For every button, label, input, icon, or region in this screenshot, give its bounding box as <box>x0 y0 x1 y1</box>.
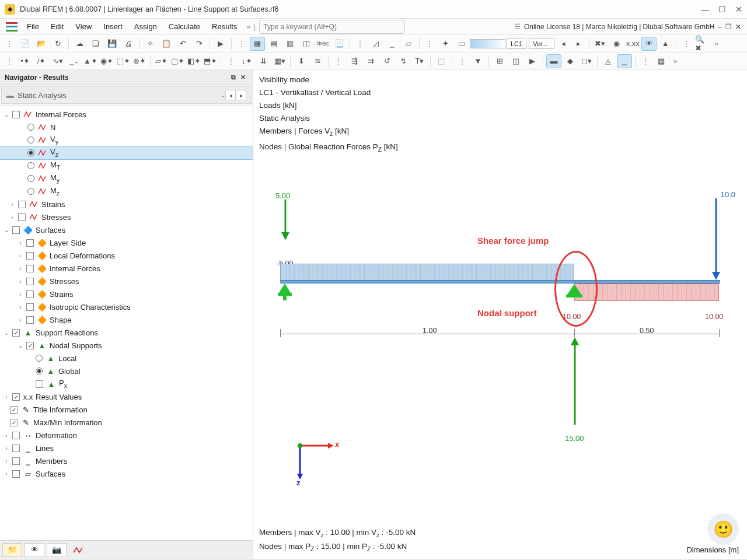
menu-view[interactable]: View <box>69 20 97 33</box>
print-button[interactable]: 🖨 <box>121 37 136 51</box>
tree-item-my[interactable]: My <box>49 173 60 184</box>
wind-button[interactable]: ≋ <box>310 54 325 68</box>
nav-tab-display[interactable]: 👁 <box>25 543 44 557</box>
isosurface-button[interactable]: ◬ <box>601 54 616 68</box>
tree-support-reactions[interactable]: Support Reactions <box>34 328 98 337</box>
member2-button[interactable]: ⎯▾ <box>67 54 82 68</box>
calc-button[interactable]: ▶ <box>213 37 228 51</box>
search-input[interactable] <box>259 20 405 34</box>
select-rect-button[interactable]: ⬚ <box>434 54 449 68</box>
menu-results[interactable]: Results <box>206 20 243 33</box>
generate-member-button[interactable]: ↯ <box>396 54 411 68</box>
hinge-button[interactable]: ◉✦ <box>99 54 114 68</box>
analysis-type-combo[interactable]: ▬ Static Analysis ⌄ ◂▸ <box>1 86 252 104</box>
view-data-button[interactable]: ▦ <box>250 37 265 51</box>
nodal-load-button[interactable]: ↓✦ <box>239 54 254 68</box>
tree-surfaces[interactable]: Surfaces <box>34 226 65 235</box>
load-button[interactable]: ✦ <box>438 37 453 51</box>
opening-button[interactable]: ▢✦ <box>170 54 185 68</box>
imposed-button[interactable]: ⬇ <box>294 54 309 68</box>
tree-lines[interactable]: Lines <box>34 444 54 453</box>
view-grid-button[interactable]: ▥ <box>282 37 298 51</box>
filter-button[interactable]: ◉ <box>609 37 624 51</box>
member-button[interactable]: ⎯ <box>385 37 400 51</box>
tree-surf-stresses[interactable]: Stresses <box>48 277 79 286</box>
tree-strains[interactable]: Strains <box>40 200 65 209</box>
tree-surf-shape[interactable]: Shape <box>48 316 72 324</box>
diagram-mode-button[interactable]: ⎯ <box>617 54 632 68</box>
script-button[interactable]: ≫sc <box>315 37 330 51</box>
node-button[interactable]: •✦ <box>18 54 33 68</box>
text-button[interactable]: T▾ <box>412 54 427 68</box>
loadcase-name[interactable]: Ver... <box>529 38 554 49</box>
menu-calculate[interactable]: Calculate <box>163 20 206 33</box>
generate-forces-button[interactable]: ⇉ <box>363 54 378 68</box>
tree-maxmin-info[interactable]: Max/Min Information <box>32 418 102 427</box>
support-view-button[interactable]: ▲ <box>658 37 673 51</box>
generate-moments-button[interactable]: ↺ <box>379 54 395 68</box>
surface-button[interactable]: ▱ <box>401 37 416 51</box>
tree-nodal-supports[interactable]: Nodal Supports <box>48 341 102 350</box>
menu-assign[interactable]: Assign <box>128 20 163 33</box>
view-table-button[interactable]: ▤ <box>266 37 281 51</box>
open-file-button[interactable]: 📂 <box>34 37 49 51</box>
generate-loads-button[interactable]: ⇶ <box>347 54 362 68</box>
tree-surf-layerside[interactable]: Layer Side <box>48 239 86 247</box>
toolbar2-overflow-icon[interactable]: » <box>670 57 681 65</box>
tree-item-n[interactable]: N <box>49 123 55 132</box>
doc-close-button[interactable]: ✕ <box>735 23 741 31</box>
report-button[interactable]: 📃 <box>331 37 347 51</box>
save-button[interactable]: 💾 <box>104 37 120 51</box>
combo-prev-button[interactable]: ◂ <box>225 90 236 100</box>
tree-sr-px[interactable]: Px <box>58 379 67 389</box>
results-mode3-button[interactable]: ◻▾ <box>579 54 594 68</box>
assistant-avatar-icon[interactable]: 🙂 <box>707 513 739 545</box>
redo-button[interactable]: ↷ <box>191 37 207 51</box>
menu-edit[interactable]: Edit <box>45 20 69 33</box>
surface2-button[interactable]: ▱✦ <box>153 54 169 68</box>
animate-button[interactable]: ▶ <box>525 54 540 68</box>
measure-button[interactable]: ◿ <box>368 37 383 51</box>
menu-overflow-icon[interactable]: » <box>243 23 254 31</box>
loadcase-button[interactable]: ▭ <box>454 37 469 51</box>
refresh-button[interactable]: ↻ <box>50 37 65 51</box>
doc-restore-button[interactable]: ❐ <box>725 23 732 31</box>
tree-surf-intforces[interactable]: Internal Forces <box>48 264 100 273</box>
set-button[interactable]: ⬒✦ <box>203 54 218 68</box>
result-tree[interactable]: ⌄Internal Forces N Vy Vz MT My Mz ›Strai… <box>0 105 253 540</box>
tree-deformation[interactable]: Deformation <box>34 431 77 440</box>
combo-next-button[interactable]: ▸ <box>236 90 246 100</box>
tree-internal-forces[interactable]: Internal Forces <box>34 110 86 119</box>
loadcase-prev-button[interactable]: ◂ <box>556 37 571 51</box>
tree-title-info[interactable]: Title Information <box>32 405 88 414</box>
nav-tab-views[interactable]: 📷 <box>47 543 67 557</box>
tree-members[interactable]: Members <box>34 457 67 466</box>
spline-button[interactable]: ∿▾ <box>50 54 65 68</box>
spring-button[interactable]: ⬚✦ <box>116 54 131 68</box>
nav-tab-results[interactable] <box>69 543 89 557</box>
view-results-button[interactable]: 👁 <box>641 37 657 51</box>
tree-item-mz[interactable]: Mz <box>49 186 60 197</box>
tree-item-vz[interactable]: Vz <box>49 148 58 158</box>
new-item-button[interactable]: ✧ <box>142 37 158 51</box>
tree-surf-strains[interactable]: Strains <box>48 290 73 299</box>
cloud-button[interactable]: ☁ <box>72 37 87 51</box>
results-mode1-button[interactable]: ▬ <box>546 54 561 68</box>
close-button[interactable]: ✕ <box>735 5 742 14</box>
tree-stresses[interactable]: Stresses <box>40 213 71 222</box>
support-button[interactable]: ▲✦ <box>83 54 98 68</box>
loadcase-next-button[interactable]: ▸ <box>571 37 586 51</box>
solid-button[interactable]: ◧✦ <box>186 54 201 68</box>
panel-float-button[interactable]: ⧉ <box>229 74 238 81</box>
line-button[interactable]: /✦ <box>34 54 49 68</box>
panel-close-button[interactable]: ✕ <box>238 74 248 81</box>
tree-item-mt[interactable]: MT <box>49 160 60 171</box>
toolbar-handle-icon[interactable]: ⋮ <box>2 40 16 48</box>
delete-results-button[interactable]: ✖▾ <box>592 37 608 51</box>
section-button[interactable]: ◫ <box>508 54 523 68</box>
dimension-button[interactable]: x.xx <box>625 37 640 51</box>
nav-tab-data[interactable]: 📁 <box>2 543 22 557</box>
tree-surf-iso[interactable]: Isotropic Characteristics <box>48 303 131 312</box>
results-mode2-button[interactable]: ◆ <box>563 54 578 68</box>
tree-sr-global[interactable]: Global <box>57 367 81 376</box>
